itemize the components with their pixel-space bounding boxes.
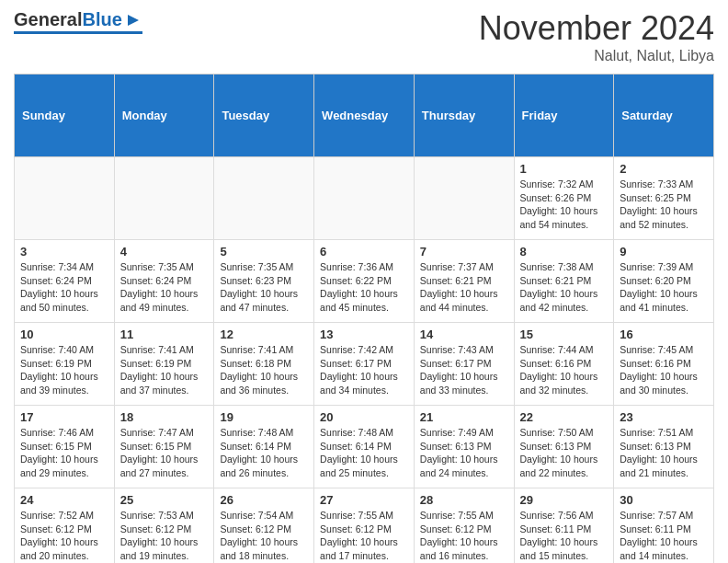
day-number: 3 [20,245,108,259]
day-info: Sunrise: 7:35 AMSunset: 6:24 PMDaylight:… [120,260,209,315]
day-number: 30 [620,493,708,507]
calendar-cell-w2-d1: 3Sunrise: 7:34 AMSunset: 6:24 PMDaylight… [15,240,115,323]
logo-blue-text: Blue [82,9,121,30]
col-wednesday: Wednesday [314,75,415,157]
calendar-cell-w3-d4: 13Sunrise: 7:42 AMSunset: 6:17 PMDayligh… [314,323,415,406]
calendar-cell-w4-d4: 20Sunrise: 7:48 AMSunset: 6:14 PMDayligh… [314,406,415,488]
calendar-cell-w3-d2: 11Sunrise: 7:41 AMSunset: 6:19 PMDayligh… [114,323,214,406]
col-saturday: Saturday [614,75,714,157]
day-info: Sunrise: 7:36 AMSunset: 6:22 PMDaylight:… [320,260,408,315]
calendar-cell-w2-d3: 5Sunrise: 7:35 AMSunset: 6:23 PMDaylight… [214,240,314,323]
day-number: 29 [520,493,609,507]
calendar-cell-w2-d5: 7Sunrise: 7:37 AMSunset: 6:21 PMDaylight… [414,240,514,323]
calendar-cell-w5-d3: 26Sunrise: 7:54 AMSunset: 6:12 PMDayligh… [214,488,314,564]
day-number: 9 [620,245,708,259]
day-info: Sunrise: 7:43 AMSunset: 6:17 PMDaylight:… [420,343,508,397]
calendar-cell-w3-d3: 12Sunrise: 7:41 AMSunset: 6:18 PMDayligh… [214,323,314,406]
title-section: November 2024 Nalut, Nalut, Libya [479,9,714,64]
calendar-cell-w5-d6: 29Sunrise: 7:56 AMSunset: 6:11 PMDayligh… [514,488,614,564]
location-subtitle: Nalut, Nalut, Libya [479,48,714,64]
calendar-cell-w3-d6: 15Sunrise: 7:44 AMSunset: 6:16 PMDayligh… [514,323,614,406]
day-info: Sunrise: 7:40 AMSunset: 6:19 PMDaylight:… [20,343,108,397]
day-number: 12 [220,327,308,341]
day-number: 26 [220,493,308,507]
day-info: Sunrise: 7:49 AMSunset: 6:13 PMDaylight:… [420,426,508,480]
calendar-cell-w2-d2: 4Sunrise: 7:35 AMSunset: 6:24 PMDaylight… [114,240,214,323]
calendar-cell-w5-d2: 25Sunrise: 7:53 AMSunset: 6:12 PMDayligh… [114,488,214,564]
day-info: Sunrise: 7:47 AMSunset: 6:15 PMDaylight:… [120,426,209,480]
calendar-cell-w5-d1: 24Sunrise: 7:52 AMSunset: 6:12 PMDayligh… [15,488,115,564]
day-info: Sunrise: 7:41 AMSunset: 6:19 PMDaylight:… [120,343,209,397]
calendar-cell-w4-d5: 21Sunrise: 7:49 AMSunset: 6:13 PMDayligh… [414,406,514,488]
day-info: Sunrise: 7:51 AMSunset: 6:13 PMDaylight:… [620,426,708,480]
calendar-cell-w5-d4: 27Sunrise: 7:55 AMSunset: 6:12 PMDayligh… [314,488,415,564]
day-number: 2 [620,162,708,176]
day-info: Sunrise: 7:52 AMSunset: 6:12 PMDaylight:… [20,509,108,563]
day-info: Sunrise: 7:50 AMSunset: 6:13 PMDaylight:… [520,426,609,480]
calendar-cell-w3-d7: 16Sunrise: 7:45 AMSunset: 6:16 PMDayligh… [614,323,714,406]
day-number: 5 [220,245,308,259]
col-monday: Monday [114,75,214,157]
calendar-cell-w1-d1 [15,157,115,240]
day-info: Sunrise: 7:56 AMSunset: 6:11 PMDaylight:… [520,509,609,563]
day-info: Sunrise: 7:55 AMSunset: 6:12 PMDaylight:… [420,509,508,563]
col-friday: Friday [514,75,614,157]
calendar-cell-w3-d1: 10Sunrise: 7:40 AMSunset: 6:19 PMDayligh… [15,323,115,406]
day-number: 22 [520,410,609,424]
day-number: 10 [20,327,108,341]
day-number: 17 [20,410,108,424]
calendar-cell-w1-d7: 2Sunrise: 7:33 AMSunset: 6:25 PMDaylight… [614,157,714,240]
calendar-cell-w4-d6: 22Sunrise: 7:50 AMSunset: 6:13 PMDayligh… [514,406,614,488]
day-number: 6 [320,245,408,259]
page-header: General Blue November 2024 Nalut, Nalut,… [14,9,714,64]
calendar-cell-w4-d7: 23Sunrise: 7:51 AMSunset: 6:13 PMDayligh… [614,406,714,488]
logo-arrow-icon [124,11,142,29]
col-tuesday: Tuesday [214,75,314,157]
day-number: 28 [420,493,508,507]
calendar-table: Sunday Monday Tuesday Wednesday Thursday… [14,74,714,563]
col-thursday: Thursday [414,75,514,157]
calendar-cell-w1-d2 [114,157,214,240]
day-number: 11 [120,327,209,341]
day-number: 27 [320,493,408,507]
day-info: Sunrise: 7:41 AMSunset: 6:18 PMDaylight:… [220,343,308,397]
day-info: Sunrise: 7:38 AMSunset: 6:21 PMDaylight:… [520,260,609,315]
day-number: 25 [120,493,209,507]
day-info: Sunrise: 7:44 AMSunset: 6:16 PMDaylight:… [520,343,609,397]
calendar-week-3: 10Sunrise: 7:40 AMSunset: 6:19 PMDayligh… [15,323,714,406]
calendar-cell-w2-d6: 8Sunrise: 7:38 AMSunset: 6:21 PMDaylight… [514,240,614,323]
day-number: 13 [320,327,408,341]
day-info: Sunrise: 7:57 AMSunset: 6:11 PMDaylight:… [620,509,708,563]
day-info: Sunrise: 7:39 AMSunset: 6:20 PMDaylight:… [620,260,708,315]
day-info: Sunrise: 7:32 AMSunset: 6:26 PMDaylight:… [520,178,609,232]
day-number: 8 [520,245,609,259]
calendar-week-2: 3Sunrise: 7:34 AMSunset: 6:24 PMDaylight… [15,240,714,323]
day-info: Sunrise: 7:33 AMSunset: 6:25 PMDaylight:… [620,178,708,232]
day-info: Sunrise: 7:55 AMSunset: 6:12 PMDaylight:… [320,509,408,563]
calendar-cell-w3-d5: 14Sunrise: 7:43 AMSunset: 6:17 PMDayligh… [414,323,514,406]
day-info: Sunrise: 7:45 AMSunset: 6:16 PMDaylight:… [620,343,708,397]
calendar-cell-w4-d1: 17Sunrise: 7:46 AMSunset: 6:15 PMDayligh… [15,406,115,488]
day-number: 4 [120,245,209,259]
day-info: Sunrise: 7:37 AMSunset: 6:21 PMDaylight:… [420,260,508,315]
calendar-cell-w1-d4 [314,157,415,240]
day-number: 7 [420,245,508,259]
calendar-cell-w4-d2: 18Sunrise: 7:47 AMSunset: 6:15 PMDayligh… [114,406,214,488]
calendar-cell-w5-d7: 30Sunrise: 7:57 AMSunset: 6:11 PMDayligh… [614,488,714,564]
calendar-cell-w2-d4: 6Sunrise: 7:36 AMSunset: 6:22 PMDaylight… [314,240,415,323]
svg-marker-0 [128,15,139,26]
day-number: 1 [520,162,609,176]
calendar-cell-w4-d3: 19Sunrise: 7:48 AMSunset: 6:14 PMDayligh… [214,406,314,488]
day-info: Sunrise: 7:34 AMSunset: 6:24 PMDaylight:… [20,260,108,315]
day-number: 21 [420,410,508,424]
day-number: 16 [620,327,708,341]
logo-general-text: General [14,9,82,30]
day-info: Sunrise: 7:35 AMSunset: 6:23 PMDaylight:… [220,260,308,315]
day-number: 18 [120,410,209,424]
day-number: 23 [620,410,708,424]
day-info: Sunrise: 7:54 AMSunset: 6:12 PMDaylight:… [220,509,308,563]
day-number: 19 [220,410,308,424]
calendar-cell-w1-d6: 1Sunrise: 7:32 AMSunset: 6:26 PMDaylight… [514,157,614,240]
day-number: 24 [20,493,108,507]
day-info: Sunrise: 7:48 AMSunset: 6:14 PMDaylight:… [320,426,408,480]
